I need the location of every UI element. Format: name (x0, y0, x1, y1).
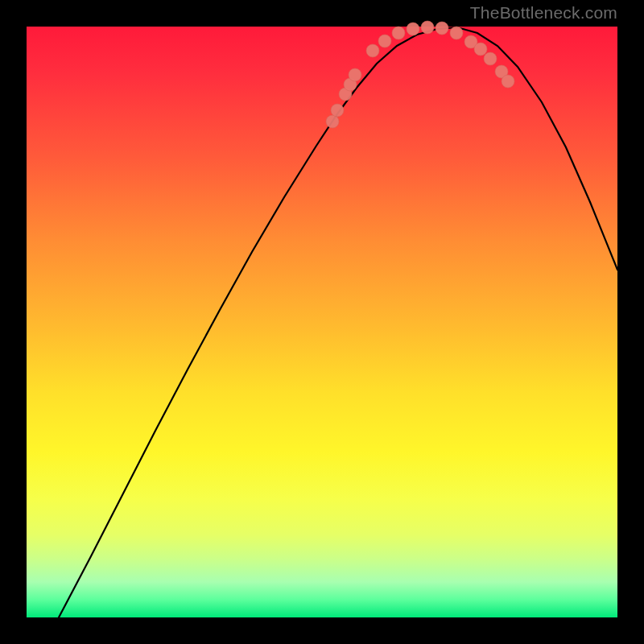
watermark-text: TheBottleneck.com (470, 3, 617, 23)
scatter-point (378, 35, 391, 47)
scatter-point (392, 27, 405, 39)
scatter-point (349, 68, 361, 81)
scatter-point (484, 52, 497, 65)
scatter-point (502, 75, 514, 88)
scatter-point (421, 21, 434, 34)
scatter-point (436, 22, 448, 35)
scatter-point (331, 104, 344, 117)
scatter-point (474, 43, 487, 56)
scatter-point (366, 44, 379, 57)
chart-frame: TheBottleneck.com (0, 0, 644, 644)
scatter-point (407, 23, 419, 35)
chart-svg (27, 27, 617, 617)
scatter-group (326, 21, 514, 128)
scatter-point (326, 115, 339, 128)
scatter-point (450, 27, 463, 39)
